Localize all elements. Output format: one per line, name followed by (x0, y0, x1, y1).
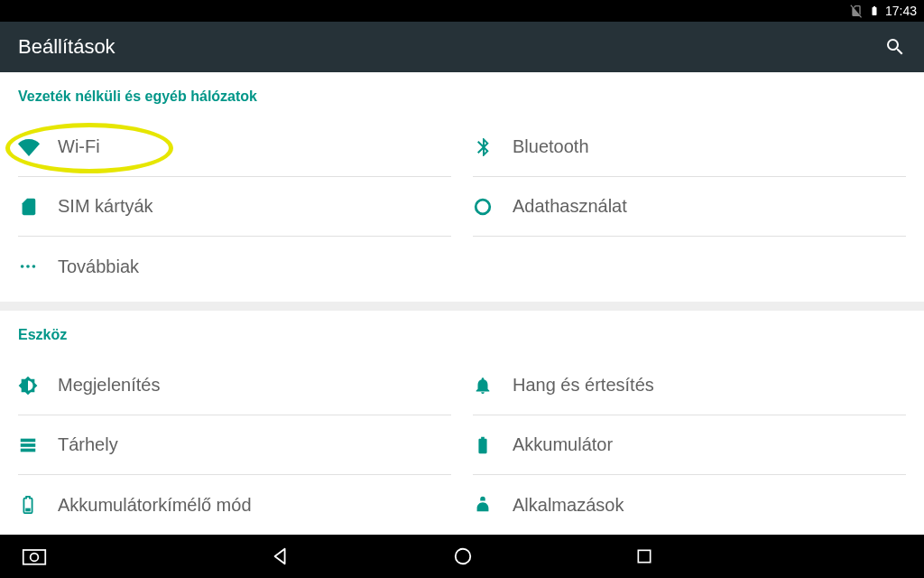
nav-recent-button[interactable] (635, 547, 653, 565)
no-sim-icon (849, 4, 864, 18)
section-divider (0, 302, 924, 311)
settings-item-label: Wi-Fi (58, 136, 100, 157)
svg-rect-11 (638, 550, 650, 562)
more-icon (18, 256, 58, 276)
svg-point-2 (26, 265, 30, 268)
settings-item-display[interactable]: Megjelenítés (18, 356, 451, 415)
settings-item-more[interactable]: Továbbiak (18, 237, 451, 296)
brightness-icon (18, 376, 58, 396)
settings-item-label: Adathasználat (513, 196, 627, 217)
settings-item-battery[interactable]: Akkumulátor (473, 415, 906, 475)
status-time: 17:43 (885, 4, 917, 18)
settings-item-wifi[interactable]: Wi-Fi (18, 117, 451, 177)
apps-icon (473, 495, 513, 515)
svg-point-0 (476, 200, 490, 214)
settings-item-label: Tárhely (58, 434, 118, 455)
settings-item-label: Továbbiak (58, 256, 139, 277)
settings-item-sound[interactable]: Hang és értesítés (473, 356, 906, 415)
svg-point-9 (31, 554, 39, 562)
battery-icon (869, 4, 880, 18)
page-title: Beállítások (18, 35, 116, 59)
settings-item-label: Hang és értesítés (513, 375, 654, 396)
svg-rect-8 (23, 550, 46, 564)
settings-item-label: Megjelenítés (58, 375, 160, 396)
camera-icon[interactable] (22, 546, 47, 566)
settings-item-apps[interactable]: Alkalmazások (473, 475, 906, 535)
settings-content: Vezeték nélküli és egyéb hálózatok Wi-Fi… (0, 72, 924, 535)
settings-item-storage[interactable]: Tárhely (18, 415, 451, 475)
section-header-wireless: Vezeték nélküli és egyéb hálózatok (0, 72, 924, 117)
svg-rect-6 (21, 448, 36, 452)
settings-item-datausage[interactable]: Adathasználat (473, 177, 906, 237)
settings-item-sim[interactable]: SIM kártyák (18, 177, 451, 237)
settings-item-batterysaver[interactable]: Akkumulátorkímélő mód (18, 475, 451, 535)
sim-icon (18, 197, 58, 217)
battery-icon (473, 435, 513, 455)
svg-point-1 (21, 265, 24, 268)
settings-item-label: SIM kártyák (58, 196, 153, 217)
battery-saver-icon (18, 495, 58, 515)
settings-item-label: Bluetooth (513, 136, 589, 157)
nav-home-button[interactable] (453, 546, 473, 566)
svg-point-10 (456, 549, 471, 564)
app-bar: Beállítások (0, 22, 924, 72)
datausage-icon (473, 197, 513, 217)
svg-rect-4 (21, 438, 36, 442)
settings-item-bluetooth[interactable]: Bluetooth (473, 117, 906, 177)
svg-rect-5 (21, 443, 36, 447)
svg-point-3 (32, 265, 36, 268)
search-button[interactable] (884, 36, 906, 58)
wifi-icon (18, 136, 58, 158)
svg-rect-7 (25, 508, 31, 512)
nav-back-button[interactable] (271, 546, 291, 566)
bell-icon (473, 376, 513, 396)
settings-item-label: Akkumulátorkímélő mód (58, 495, 252, 516)
settings-item-label: Akkumulátor (513, 434, 613, 455)
settings-item-label: Alkalmazások (513, 495, 624, 516)
navigation-bar (0, 535, 924, 578)
bluetooth-icon (473, 136, 513, 158)
storage-icon (18, 435, 58, 455)
status-bar: 17:43 (0, 0, 924, 22)
section-header-device: Eszköz (0, 311, 924, 356)
